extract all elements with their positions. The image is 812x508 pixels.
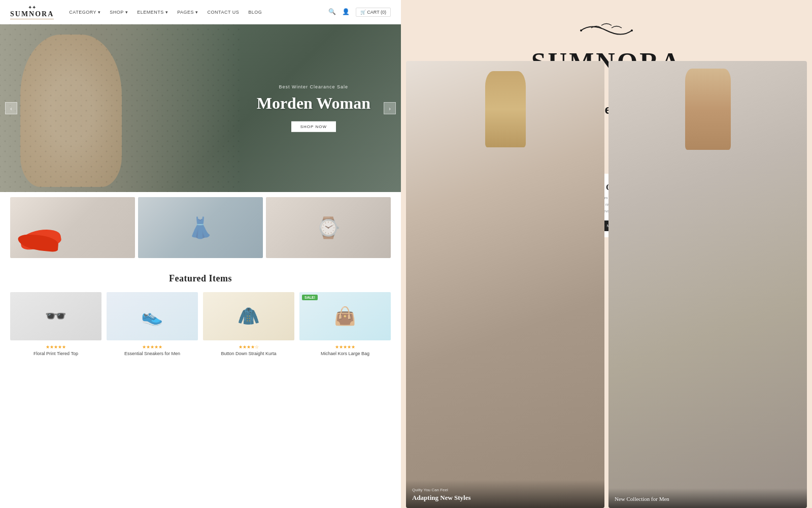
category-women[interactable]: [138, 197, 263, 258]
category-shoes[interactable]: [10, 197, 135, 258]
hero-content: Best Winter Clearance Sale Morden Woman …: [257, 84, 370, 132]
preview-title-2: New Collection for Men: [615, 496, 801, 502]
featured-title: Featured Items: [10, 273, 391, 284]
product-stars-1: ★★★★★: [10, 344, 101, 350]
products-row: ★★★★★ Floral Print Tiered Top ★★★★★ Esse…: [10, 292, 391, 357]
product-card-3[interactable]: ★★★★☆ Button Down Straight Kurta: [203, 292, 294, 357]
product-card-1[interactable]: ★★★★★ Floral Print Tiered Top: [10, 292, 101, 357]
hero-slider: Best Winter Clearance Sale Morden Woman …: [0, 24, 401, 192]
hero-title: Morden Woman: [257, 93, 370, 113]
product-stars-2: ★★★★★: [107, 344, 198, 350]
cart-button[interactable]: 🛒 CART (0): [356, 8, 391, 17]
product-card-2[interactable]: ★★★★★ Essential Sneakers for Men: [107, 292, 198, 357]
category-watches[interactable]: [266, 197, 391, 258]
nav-item-contact[interactable]: CONTACT US: [208, 10, 240, 15]
nav-item-shop[interactable]: SHOP ▾: [110, 10, 128, 15]
product-image-3: [203, 292, 294, 340]
svg-point-1: [631, 29, 633, 31]
product-image-2: [107, 292, 198, 340]
product-name-1: Floral Print Tiered Top: [10, 351, 101, 357]
logo-icon: ✦✦: [28, 5, 36, 10]
category-row: [0, 192, 401, 263]
hero-overlay: [0, 24, 241, 192]
hero-background: Best Winter Clearance Sale Morden Woman …: [0, 24, 401, 192]
navbar: ✦✦ SUMNORA CATEGORY ▾ SHOP ▾ ELEMENTS ▾ …: [0, 0, 401, 24]
product-image-4: SALE!: [299, 292, 391, 340]
preview-title-1: Adapting New Styles: [412, 494, 598, 502]
preview-images: Quilty You Can Feel Adapting New Styles …: [401, 61, 812, 508]
featured-section: Featured Items ★★★★★ Floral Print Tiered…: [0, 263, 401, 362]
search-icon[interactable]: 🔍: [328, 8, 336, 16]
preview-caption-1: Quilty You Can Feel Adapting New Styles: [406, 480, 604, 508]
preview-card-1[interactable]: Quilty You Can Feel Adapting New Styles: [406, 61, 604, 508]
preview-caption-2: New Collection for Men: [608, 488, 807, 508]
sale-badge: SALE!: [302, 295, 318, 300]
nav-menu: CATEGORY ▾ SHOP ▾ ELEMENTS ▾ PAGES ▾ CON…: [69, 10, 328, 15]
website-preview: ✦✦ SUMNORA CATEGORY ▾ SHOP ▾ ELEMENTS ▾ …: [0, 0, 401, 508]
nav-item-elements[interactable]: ELEMENTS ▾: [137, 10, 168, 15]
slider-arrow-left[interactable]: ‹: [5, 102, 17, 114]
logo-text: SUMNORA: [10, 10, 54, 18]
product-stars-4: ★★★★★: [299, 344, 391, 350]
product-name-4: Michael Kors Large Bag: [299, 351, 391, 357]
preview-sub-1: Quilty You Can Feel: [412, 488, 598, 492]
nav-item-blog[interactable]: BLOG: [248, 10, 262, 15]
slider-arrow-right[interactable]: ›: [384, 102, 396, 114]
product-stars-3: ★★★★☆: [203, 344, 294, 350]
nav-icons: 🔍 👤 🛒 CART (0): [328, 8, 391, 17]
nav-item-category[interactable]: CATEGORY ▾: [69, 10, 100, 15]
right-content-wrapper: Welcome Our Store There are many variati…: [401, 174, 812, 508]
preview-card-2[interactable]: New Collection for Men: [608, 61, 807, 508]
product-image-1: [10, 292, 101, 340]
hero-woman-image: [0, 24, 241, 192]
hero-cta-button[interactable]: SHOP NOW: [291, 121, 336, 132]
svg-point-0: [580, 29, 582, 31]
navbar-logo: ✦✦ SUMNORA: [10, 5, 54, 19]
product-card-4[interactable]: SALE! ★★★★★ Michael Kors Large Bag: [299, 292, 391, 357]
product-name-3: Button Down Straight Kurta: [203, 351, 294, 357]
logo-underline: [10, 19, 54, 19]
nav-item-pages[interactable]: PAGES ▾: [177, 10, 198, 15]
product-name-2: Essential Sneakers for Men: [107, 351, 198, 357]
leaf-decoration: [576, 20, 637, 44]
hero-subtitle: Best Winter Clearance Sale: [257, 84, 370, 89]
user-icon[interactable]: 👤: [342, 8, 350, 16]
right-panel: SUMNORA Multi-Purpose Fashion Store WooC…: [401, 0, 812, 508]
